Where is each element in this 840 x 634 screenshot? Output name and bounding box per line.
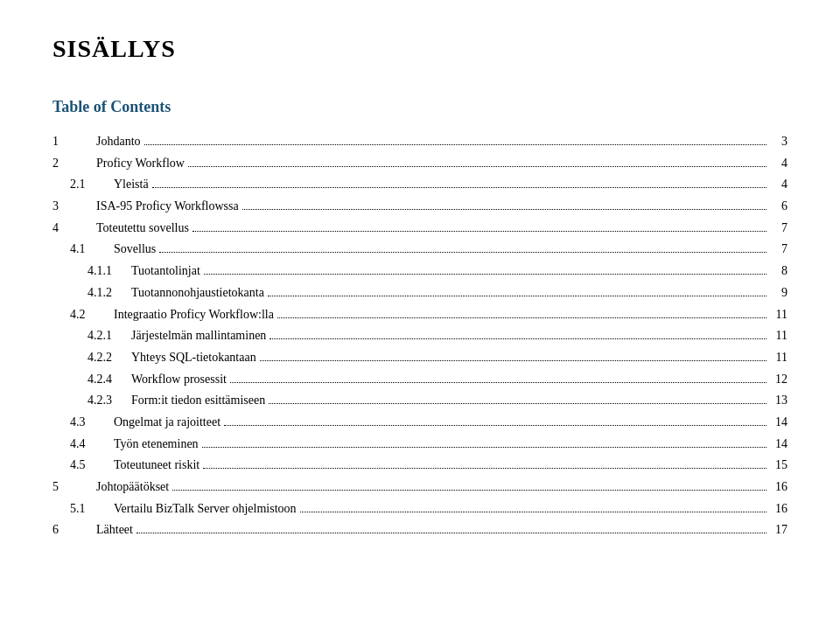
toc-item-leader [268,296,766,296]
toc-item-num: 2 [52,154,96,173]
toc-item-leader [188,166,766,167]
toc-item-label: Lähteet [96,520,133,540]
toc-section: Table of Contents 1Johdanto32Proficy Wor… [52,98,788,540]
toc-item-num: 3 [52,197,96,216]
toc-item-leader [260,360,766,361]
toc-item-leader [230,382,766,383]
toc-item-leader [277,317,766,318]
toc-item: 2Proficy Workflow4 [52,154,788,173]
toc-item-label: Sovellus [114,240,156,259]
toc-item-num: 4 [52,219,96,238]
toc-item-leader [203,468,766,469]
toc-item-page: 17 [770,520,788,540]
toc-item: 4.2.2Yhteys SQL-tietokantaan11 [52,348,788,367]
toc-item-num: 6 [52,520,96,540]
toc-item-page: 14 [770,413,788,432]
toc-item-label: Järjestelmän mallintaminen [131,326,266,345]
toc-item-leader [152,187,766,188]
toc-item-page: 13 [770,391,788,410]
toc-item-page: 3 [770,132,788,151]
toc-item: 4.2.1Järjestelmän mallintaminen11 [52,326,788,345]
toc-item-page: 7 [770,240,788,259]
toc-item-page: 11 [770,326,788,345]
toc-item-page: 12 [770,370,788,389]
toc-item-label: Toteutuneet riskit [114,456,200,475]
toc-item: 5.1Vertailu BizTalk Server ohjelmistoon1… [52,499,788,519]
toc-item-label: Ongelmat ja rajoitteet [114,413,220,432]
toc-entries: 1Johdanto32Proficy Workflow42.1Yleistä43… [52,132,788,540]
toc-item: 4.2.4Workflow prosessit12 [52,370,788,389]
toc-item-num: 4.3 [52,413,114,432]
toc-item-num: 2.1 [52,175,114,194]
toc-item: 2.1Yleistä4 [52,175,788,194]
toc-item-num: 4.2.4 [52,370,131,389]
toc-item: 4.2Integraatio Proficy Workflow:lla11 [52,305,788,324]
toc-item-page: 9 [770,283,788,303]
toc-item: 4.3Ongelmat ja rajoitteet14 [52,413,788,432]
toc-item-label: Proficy Workflow [96,154,185,173]
toc-item-leader [172,490,766,491]
toc-item-leader [192,231,766,232]
toc-item-leader [270,338,766,339]
toc-item: 4.5Toteutuneet riskit15 [52,456,788,475]
toc-item: 4.2.3Form:it tiedon esittämiseen13 [52,391,788,410]
toc-item-label: Johdanto [96,132,141,151]
toc-item-label: Työn eteneminen [114,435,199,454]
toc-item-label: ISA-95 Proficy Workflowssa [96,197,239,216]
toc-item: 5Johtopäätökset16 [52,477,788,497]
toc-item-label: Johtopäätökset [96,477,169,497]
toc-item-leader [144,144,766,145]
toc-item: 6Lähteet17 [52,520,788,540]
toc-item-label: Workflow prosessit [131,370,227,389]
toc-item-num: 4.2.2 [52,348,131,367]
toc-item-num: 1 [52,132,96,151]
toc-item-leader [269,403,766,404]
toc-item-num: 4.1 [52,240,114,259]
page-title: SISÄLLYS [52,35,788,63]
toc-item-num: 5.1 [52,499,114,519]
toc-item-page: 7 [770,219,788,238]
toc-item-label: Toteutettu sovellus [96,219,189,238]
toc-item-num: 4.2.1 [52,326,131,345]
toc-item-page: 14 [770,435,788,454]
toc-item-leader [224,425,766,426]
toc-item-page: 11 [770,348,788,367]
toc-item-num: 4.4 [52,435,114,454]
toc-heading: Table of Contents [52,98,788,116]
toc-item-leader [159,252,766,253]
toc-item-num: 4.2.3 [52,391,131,410]
toc-item-page: 16 [770,477,788,497]
toc-item-leader [204,274,766,275]
toc-item-label: Tuotantolinjat [131,261,200,281]
toc-item-page: 8 [770,261,788,281]
toc-item-num: 4.2 [52,305,114,324]
toc-item: 4.4Työn eteneminen14 [52,435,788,454]
toc-item-label: Integraatio Proficy Workflow:lla [114,305,274,324]
toc-item-num: 5 [52,477,96,497]
toc-item: 1Johdanto3 [52,132,788,151]
toc-item: 3ISA-95 Proficy Workflowssa6 [52,197,788,216]
toc-item-num: 4.1.1 [52,261,131,281]
toc-item-page: 16 [770,499,788,519]
toc-item-label: Yleistä [114,175,149,194]
toc-item-page: 4 [770,175,788,194]
toc-item: 4.1Sovellus7 [52,240,788,259]
toc-item-leader [202,447,766,448]
toc-item-page: 6 [770,197,788,216]
toc-item-label: Vertailu BizTalk Server ohjelmistoon [114,499,297,519]
toc-item-leader [242,209,766,210]
toc-item: 4.1.2Tuotannonohjaustietokanta9 [52,283,788,303]
toc-item-num: 4.5 [52,456,114,475]
toc-item: 4Toteutettu sovellus7 [52,219,788,238]
toc-item-page: 11 [770,305,788,324]
toc-item-label: Form:it tiedon esittämiseen [131,391,265,410]
toc-item-leader [136,533,766,533]
toc-item: 4.1.1Tuotantolinjat8 [52,261,788,281]
toc-item-label: Tuotannonohjaustietokanta [131,283,264,303]
toc-item-label: Yhteys SQL-tietokantaan [131,348,256,367]
toc-item-leader [300,512,766,512]
toc-item-page: 15 [770,456,788,475]
toc-item-num: 4.1.2 [52,283,131,303]
toc-item-page: 4 [770,154,788,173]
